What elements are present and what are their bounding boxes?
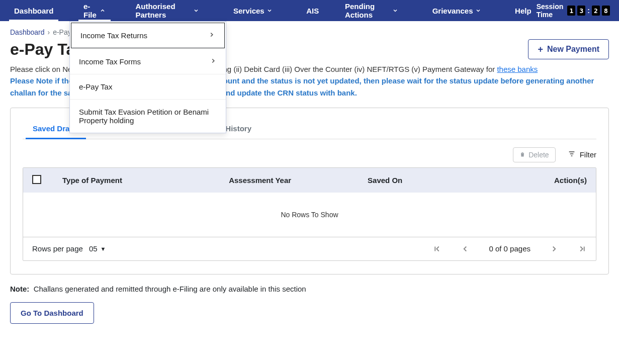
table-header: Type of Payment Assessment Year Saved On… [23, 168, 596, 193]
efile-dropdown: Income Tax Returns Income Tax Forms e-Pa… [69, 21, 226, 133]
select-all-checkbox[interactable] [32, 175, 41, 184]
session-timer: Session Time 1 3 : 2 8 [537, 3, 610, 19]
rows-value: 05 [89, 244, 98, 253]
menu-income-tax-returns[interactable]: Income Tax Returns [71, 23, 225, 48]
new-payment-button[interactable]: + New Payment [528, 39, 609, 59]
chevron-right-icon: › [48, 28, 50, 36]
rows-per-page-label: Rows per page [32, 244, 83, 253]
digit: 2 [592, 6, 600, 16]
chevron-up-icon [100, 8, 106, 14]
digit: 8 [602, 6, 610, 16]
chevron-down-icon [193, 8, 199, 14]
digit: 1 [567, 6, 575, 16]
button-label: New Payment [547, 45, 599, 54]
menu-income-tax-forms[interactable]: Income Tax Forms [70, 49, 226, 74]
menu-epay-tax[interactable]: e-Pay Tax [70, 74, 226, 100]
menu-submit-petition[interactable]: Submit Tax Evasion Petition or Benami Pr… [70, 100, 226, 133]
nav-dashboard[interactable]: Dashboard [9, 0, 58, 21]
col-year: Assessment Year [229, 176, 368, 185]
button-label: Delete [528, 151, 549, 159]
digit: 3 [577, 6, 585, 16]
top-navigation: Dashboard e-File Authorised Partners Ser… [0, 0, 619, 21]
chevron-down-icon [392, 8, 398, 14]
footer-note: Note: Challans generated and remitted th… [0, 275, 619, 293]
chevron-down-icon [475, 8, 481, 14]
nav-label: AIS [306, 7, 319, 15]
nav-services[interactable]: Services [228, 0, 278, 21]
filter-icon [568, 150, 576, 159]
filter-button[interactable]: Filter [568, 150, 596, 159]
chevron-down-icon [267, 8, 273, 14]
nav-label: Pending Actions [345, 2, 390, 19]
last-page-icon[interactable] [578, 244, 587, 253]
select-all-column [32, 175, 62, 186]
breadcrumb-home[interactable]: Dashboard [10, 28, 45, 36]
card-toolbar: Delete Filter [23, 147, 596, 162]
menu-label: e-Pay Tax [79, 82, 112, 91]
nav-efile[interactable]: e-File [78, 0, 111, 21]
table-footer: Rows per page 05 ▼ 0 of 0 pages [23, 237, 596, 260]
nav-label: e-File [83, 2, 98, 19]
nav-label: Help [515, 7, 532, 15]
pager: 0 of 0 pages [432, 244, 587, 253]
drafts-table: Type of Payment Assessment Year Saved On… [23, 167, 596, 261]
nav-label: Dashboard [14, 7, 53, 15]
trash-icon [519, 151, 525, 159]
session-label: Session Time [537, 3, 564, 19]
nav-label: Services [233, 7, 264, 15]
session-digits: 1 3 : 2 8 [567, 6, 610, 16]
delete-button[interactable]: Delete [513, 147, 555, 162]
go-to-dashboard-button[interactable]: Go To Dashboard [10, 302, 94, 324]
plus-icon: + [538, 45, 543, 54]
prev-page-icon[interactable] [461, 244, 470, 253]
note-text: Challans generated and remitted through … [34, 285, 306, 293]
menu-label: Submit Tax Evasion Petition or Benami Pr… [79, 108, 217, 125]
nav-help[interactable]: Help [510, 0, 537, 21]
menu-label: Income Tax Returns [80, 31, 147, 40]
rows-per-page-select[interactable]: 05 ▼ [89, 244, 106, 253]
button-label: Go To Dashboard [21, 309, 83, 317]
col-type: Type of Payment [62, 176, 229, 185]
nav-ais[interactable]: AIS [301, 0, 324, 21]
chevron-right-icon [210, 57, 217, 66]
first-page-icon[interactable] [432, 244, 441, 253]
caret-down-icon: ▼ [101, 246, 106, 252]
nav-grievances[interactable]: Grievances [427, 0, 486, 21]
chevron-right-icon [208, 31, 215, 40]
table-empty: No Rows To Show [23, 193, 596, 237]
these-banks-link[interactable]: these banks [497, 65, 538, 73]
page-info: 0 of 0 pages [489, 244, 530, 253]
menu-label: Income Tax Forms [79, 57, 141, 66]
colon: : [587, 7, 590, 15]
nav-authorised-partners[interactable]: Authorised Partners [130, 0, 204, 21]
next-page-icon[interactable] [550, 244, 559, 253]
col-saved: Saved On [368, 176, 506, 185]
nav-label: Grievances [432, 7, 473, 15]
nav-label: Authorised Partners [135, 2, 191, 19]
nav-pending-actions[interactable]: Pending Actions [340, 0, 403, 21]
button-label: Filter [580, 150, 596, 159]
col-actions: Action(s) [506, 176, 587, 185]
note-label: Note: [10, 285, 29, 293]
